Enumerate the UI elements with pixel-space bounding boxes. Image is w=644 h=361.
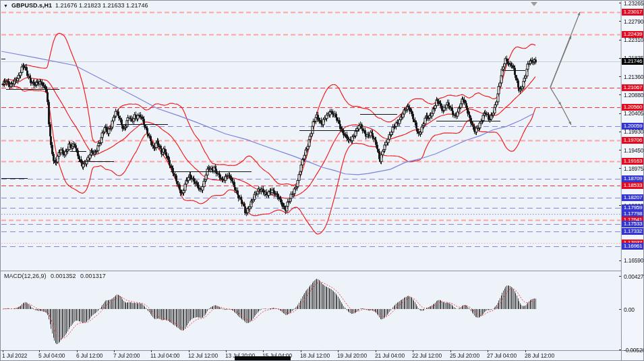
macd-name: MACD(12,26,9) [4,273,47,279]
macd-indicator-label: MACD(12,26,9) 0.001352 0.001317 [4,273,109,279]
horizontal-scrollbar-thumb[interactable] [235,356,291,360]
price-chart-canvas[interactable] [1,1,644,361]
chart-title: ▼ GBPUSD.s,H1 1.21676 1.21823 1.21633 1.… [3,2,148,9]
symbol-dropdown-icon[interactable]: ▼ [3,3,8,9]
symbol-period-label: GBPUSD.s,H1 [11,2,52,9]
trading-chart-window: ▼ GBPUSD.s,H1 1.21676 1.21823 1.21633 1.… [0,0,644,361]
ohlc-readout: 1.21676 1.21823 1.21633 1.21746 [55,2,148,9]
macd-signal-value: 0.001317 [80,273,106,279]
macd-value: 0.001352 [51,273,76,279]
